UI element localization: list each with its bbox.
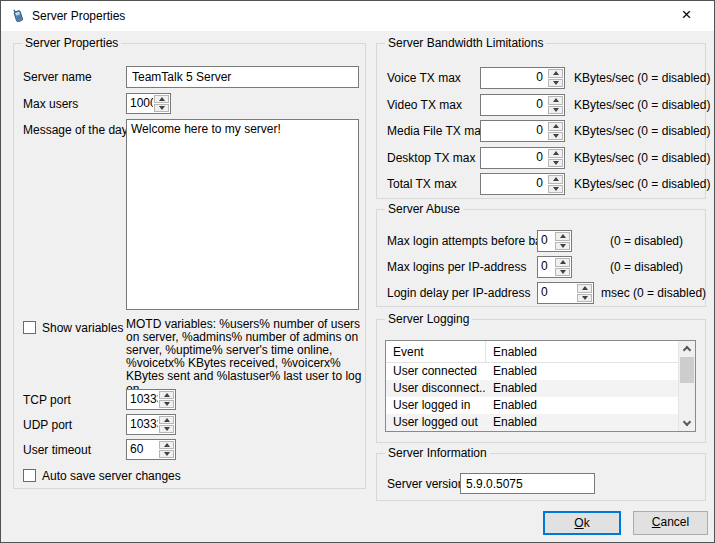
motd-label: Message of the day	[23, 123, 128, 137]
spin-up-icon[interactable]	[555, 258, 570, 267]
enabled-cell[interactable]: Enabled	[486, 380, 537, 397]
logging-table-header[interactable]: Event Enabled	[386, 341, 695, 363]
spin-down-icon[interactable]	[577, 294, 592, 303]
auto-save-label[interactable]: Auto save server changes	[42, 469, 181, 483]
table-row[interactable]: User disconnect... Enabled	[386, 380, 695, 397]
server-version-input[interactable]	[460, 473, 595, 494]
titlebar[interactable]: Server Properties ×	[1, 1, 714, 31]
show-variables-label[interactable]: Show variables	[42, 321, 123, 335]
spin-up-icon[interactable]	[159, 441, 174, 449]
max-logins-ip-spinner[interactable]: 0	[537, 256, 572, 278]
ok-button-label: k	[584, 516, 590, 530]
motd-textarea[interactable]: Welcome here to my server!	[126, 119, 359, 310]
spin-up-icon[interactable]	[548, 96, 563, 105]
close-icon[interactable]: ×	[664, 1, 709, 31]
server-version-label: Server version	[387, 477, 464, 491]
cancel-button[interactable]: Cancel	[633, 511, 708, 535]
tcp-port-spinner[interactable]: 10333	[126, 389, 176, 410]
motd-variables-help: MOTD variables: %users% number of users …	[126, 318, 364, 396]
udp-port-value[interactable]: 10333	[127, 415, 158, 434]
enabled-cell[interactable]: Enabled	[486, 363, 537, 380]
table-scrollbar[interactable]	[678, 341, 695, 431]
spin-up-icon[interactable]	[154, 95, 169, 103]
voice-tx-spinner[interactable]: 0	[480, 67, 565, 89]
spin-down-icon[interactable]	[154, 104, 169, 112]
scroll-up-icon[interactable]	[679, 341, 695, 356]
udp-port-spinner[interactable]: 10333	[126, 414, 176, 435]
spin-down-icon[interactable]	[159, 450, 174, 458]
user-timeout-label: User timeout	[23, 443, 91, 457]
spin-down-icon[interactable]	[548, 79, 563, 88]
column-header-event[interactable]: Event	[386, 341, 486, 362]
spin-up-icon[interactable]	[159, 391, 174, 399]
user-timeout-spinner[interactable]: 60	[126, 439, 176, 460]
spin-down-icon[interactable]	[548, 185, 563, 194]
server-name-input[interactable]	[126, 66, 359, 88]
spin-down-icon[interactable]	[548, 132, 563, 141]
spin-down-icon[interactable]	[555, 268, 570, 277]
spin-down-icon[interactable]	[159, 400, 174, 408]
spin-up-icon[interactable]	[159, 416, 174, 424]
video-tx-spinner[interactable]: 0	[480, 94, 565, 116]
group-title: Server Information	[385, 446, 490, 461]
event-cell[interactable]: User disconnect...	[386, 380, 486, 397]
group-title: Server Properties	[22, 36, 121, 51]
video-tx-value[interactable]: 0	[481, 95, 547, 115]
total-tx-spinner[interactable]: 0	[480, 173, 565, 195]
ok-button[interactable]: Ok	[543, 511, 621, 535]
video-tx-suffix: KBytes/sec (0 = disabled)	[574, 98, 710, 112]
desktop-tx-spinner[interactable]: 0	[480, 147, 565, 169]
table-row[interactable]: User logged out Enabled	[386, 414, 695, 431]
desktop-tx-label: Desktop TX max	[387, 151, 475, 165]
total-tx-value[interactable]: 0	[481, 174, 547, 194]
spin-up-icon[interactable]	[548, 122, 563, 131]
mediafile-tx-label: Media File TX max	[387, 124, 487, 138]
window-title: Server Properties	[32, 9, 125, 23]
mediafile-tx-suffix: KBytes/sec (0 = disabled)	[574, 124, 710, 138]
max-logins-ip-value[interactable]: 0	[538, 257, 554, 277]
max-login-attempts-label: Max login attempts before ban	[387, 234, 548, 248]
spin-down-icon[interactable]	[548, 106, 563, 115]
max-login-attempts-suffix: (0 = disabled)	[610, 234, 683, 248]
spin-down-icon[interactable]	[555, 242, 570, 251]
spin-up-icon[interactable]	[548, 69, 563, 78]
tcp-port-value[interactable]: 10333	[127, 390, 158, 409]
table-row[interactable]: User connected Enabled	[386, 363, 695, 380]
login-delay-label: Login delay per IP-address	[387, 286, 530, 300]
max-users-spinner[interactable]: 1000	[126, 93, 171, 114]
enabled-cell[interactable]: Enabled	[486, 397, 537, 414]
event-cell[interactable]: User connected	[386, 363, 486, 380]
teamtalk-app-icon	[10, 8, 26, 24]
cancel-button-label: ancel	[660, 515, 689, 529]
mediafile-tx-value[interactable]: 0	[481, 121, 547, 141]
table-row[interactable]: User logged in Enabled	[386, 397, 695, 414]
spin-down-icon[interactable]	[159, 425, 174, 433]
column-header-enabled[interactable]: Enabled	[486, 341, 537, 362]
mediafile-tx-spinner[interactable]: 0	[480, 120, 565, 142]
login-delay-spinner[interactable]: 0	[537, 282, 594, 304]
max-login-attempts-value[interactable]: 0	[538, 231, 554, 251]
video-tx-label: Video TX max	[387, 98, 462, 112]
scroll-down-icon[interactable]	[679, 416, 695, 431]
user-timeout-value[interactable]: 60	[127, 440, 158, 459]
event-cell[interactable]: User logged out	[386, 414, 486, 431]
tcp-port-label: TCP port	[23, 393, 71, 407]
spin-up-icon[interactable]	[548, 149, 563, 158]
show-variables-checkbox[interactable]	[23, 321, 36, 334]
scrollbar-thumb[interactable]	[680, 357, 694, 383]
group-bandwidth: Server Bandwidth Limitations Voice TX ma…	[376, 43, 706, 199]
desktop-tx-value[interactable]: 0	[481, 148, 547, 168]
group-title: Server Logging	[385, 312, 472, 327]
max-login-attempts-spinner[interactable]: 0	[537, 230, 572, 252]
spin-up-icon[interactable]	[555, 232, 570, 241]
enabled-cell[interactable]: Enabled	[486, 414, 537, 431]
event-cell[interactable]: User logged in	[386, 397, 486, 414]
voice-tx-value[interactable]: 0	[481, 68, 547, 88]
auto-save-checkbox[interactable]	[23, 469, 36, 482]
spin-up-icon[interactable]	[577, 284, 592, 293]
max-users-value[interactable]: 1000	[127, 94, 153, 113]
spin-up-icon[interactable]	[548, 175, 563, 184]
desktop-tx-suffix: KBytes/sec (0 = disabled)	[574, 151, 710, 165]
spin-down-icon[interactable]	[548, 159, 563, 168]
login-delay-value[interactable]: 0	[538, 283, 576, 303]
